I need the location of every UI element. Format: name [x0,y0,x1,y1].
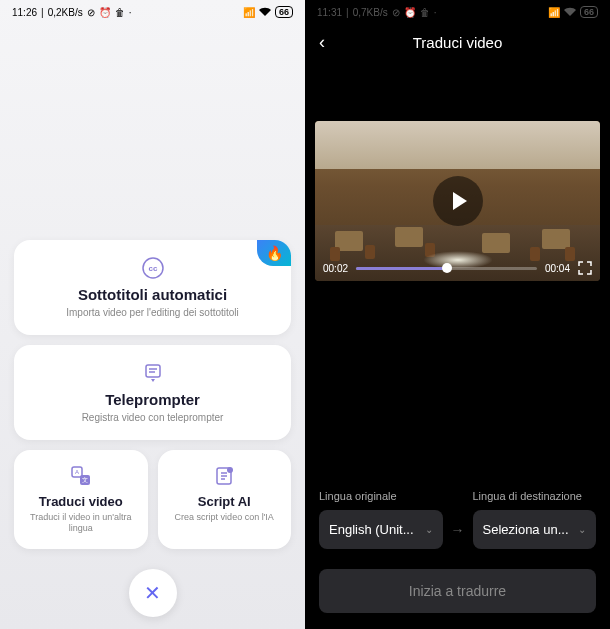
page-header: ‹ Traduci video [305,24,610,61]
card-subtitle: Importa video per l'editing dei sottotit… [66,306,239,319]
language-selects: English (Unit... ⌄ → Seleziona un... ⌄ [319,510,596,549]
alarm-off-icon: ⊘ [87,7,95,18]
wifi-icon [563,7,577,17]
trash-icon: 🗑 [115,7,125,18]
status-speed: 0,7KB/s [353,7,388,18]
signal-icon: 📶 [243,7,255,18]
card-subtitle: Crea script video con l'IA [175,512,274,524]
video-controls: 00:02 00:04 [323,261,592,275]
translate-icon: A文 [69,464,93,488]
card-title: Sottotitoli automatici [78,286,227,303]
target-language-label: Lingua di destinazione [473,490,597,502]
clock-icon: ⏰ [99,7,111,18]
svg-text:A: A [75,469,79,475]
page-title: Traduci video [319,34,596,51]
wifi-icon [258,7,272,17]
battery-icon: 66 [580,6,598,18]
status-right: 📶 66 [243,6,293,18]
svg-point-8 [227,467,233,473]
progress-fill [356,267,446,270]
cards-container: 🔥 cc Sottotitoli automatici Importa vide… [14,240,291,549]
status-bar: 11:31 | 0,7KB/s ⊘ ⏰ 🗑 · 📶 66 [305,0,610,24]
card-subtitle: Traduci il video in un'altra lingua [22,512,140,535]
chevron-down-icon: ⌄ [425,524,433,535]
fullscreen-button[interactable] [578,261,592,275]
auto-subtitles-card[interactable]: 🔥 cc Sottotitoli automatici Importa vide… [14,240,291,335]
trash-icon: 🗑 [420,7,430,18]
progress-thumb[interactable] [442,263,452,273]
svg-rect-2 [146,365,160,377]
teleprompter-card[interactable]: Teleprompter Registra video con teleprom… [14,345,291,440]
status-speed: 0,2KB/s [48,7,83,18]
status-time: 11:31 [317,7,342,18]
language-section: Lingua originale Lingua di destinazione … [319,490,596,549]
signal-icon: 📶 [548,7,560,18]
status-bar: 11:26 | 0,2KB/s ⊘ ⏰ 🗑 · 📶 66 [0,0,305,24]
video-current-time: 00:02 [323,263,348,274]
play-icon [453,192,467,210]
right-screen: 11:31 | 0,7KB/s ⊘ ⏰ 🗑 · 📶 66 ‹ Traduci v… [305,0,610,629]
language-labels: Lingua originale Lingua di destinazione [319,490,596,502]
status-left: 11:31 | 0,7KB/s ⊘ ⏰ 🗑 · [317,7,436,18]
chevron-left-icon: ‹ [319,32,325,52]
script-ai-card[interactable]: Script AI Crea script video con l'IA [158,450,292,549]
close-icon: ✕ [144,581,161,605]
status-time: 11:26 [12,7,37,18]
play-button[interactable] [433,176,483,226]
svg-text:文: 文 [82,476,88,483]
card-title: Traduci video [39,494,123,509]
battery-icon: 66 [275,6,293,18]
close-button[interactable]: ✕ [129,569,177,617]
translate-button-label: Inizia a tradurre [409,583,506,599]
source-language-select[interactable]: English (Unit... ⌄ [319,510,443,549]
fire-badge-icon: 🔥 [257,240,291,266]
card-title: Script AI [198,494,251,509]
card-title: Teleprompter [105,391,200,408]
alarm-off-icon: ⊘ [392,7,400,18]
svg-text:cc: cc [148,264,157,273]
video-duration: 00:04 [545,263,570,274]
arrow-right-icon: → [451,522,465,538]
chevron-down-icon: ⌄ [578,524,586,535]
start-translate-button[interactable]: Inizia a tradurre [319,569,596,613]
clock-icon: ⏰ [404,7,416,18]
cc-icon: cc [141,256,165,280]
translate-video-card[interactable]: A文 Traduci video Traduci il video in un'… [14,450,148,549]
target-language-value: Seleziona un... [483,522,569,537]
status-right: 📶 66 [548,6,598,18]
teleprompter-icon [141,361,165,385]
status-left: 11:26 | 0,2KB/s ⊘ ⏰ 🗑 · [12,7,131,18]
card-row: A文 Traduci video Traduci il video in un'… [14,450,291,549]
video-progress-bar[interactable] [356,267,537,270]
left-screen: 11:26 | 0,2KB/s ⊘ ⏰ 🗑 · 📶 66 🔥 cc Sottot… [0,0,305,629]
source-language-value: English (Unit... [329,522,414,537]
back-button[interactable]: ‹ [319,32,325,53]
card-subtitle: Registra video con teleprompter [82,411,224,424]
video-player[interactable]: 00:02 00:04 [315,121,600,281]
target-language-select[interactable]: Seleziona un... ⌄ [473,510,597,549]
script-ai-icon [212,464,236,488]
source-language-label: Lingua originale [319,490,443,502]
